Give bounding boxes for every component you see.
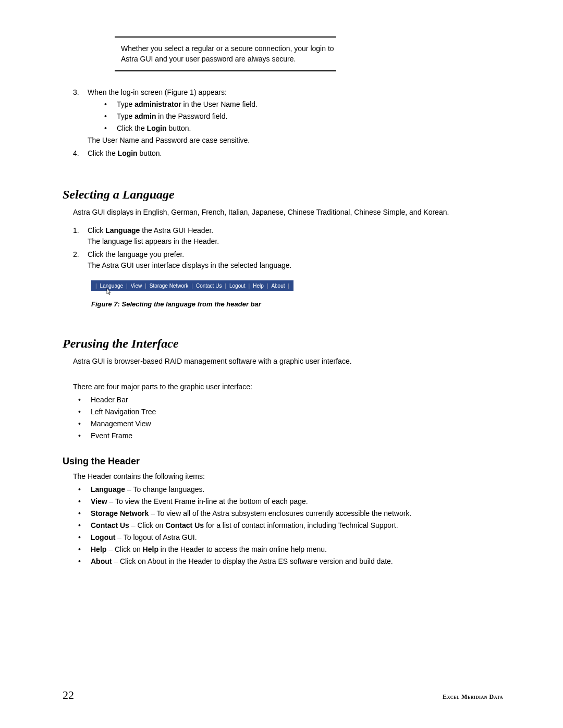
- item-text: Left Navigation Tree: [91, 406, 156, 417]
- sub-bullet: • Type administrator in the User Name fi…: [104, 99, 503, 110]
- parts-intro: There are four major parts to the graphi…: [73, 381, 503, 392]
- item-text: About – Click on About in the Header to …: [91, 556, 393, 567]
- bullet-dot: •: [104, 111, 117, 122]
- separator: |: [288, 283, 290, 289]
- list-item: •Contact Us – Click on Contact Us for a …: [78, 520, 503, 531]
- step-tail: The language list appears in the Header.: [88, 236, 503, 247]
- separator: |: [191, 283, 193, 289]
- step-content: Click the Login button.: [88, 148, 503, 159]
- figure-caption: Figure 7: Selecting the language from th…: [91, 300, 503, 308]
- page-footer: 22 Excel Meridian Data: [63, 688, 503, 702]
- list-item: •Left Navigation Tree: [78, 406, 503, 417]
- list-item: •Language – To change languages.: [78, 484, 503, 495]
- pointer-cursor-icon: [105, 288, 112, 297]
- item-text: Management View: [91, 418, 151, 429]
- header-link-storage-network[interactable]: Storage Network: [149, 283, 189, 289]
- step-number: 1.: [73, 225, 88, 247]
- separator: |: [267, 283, 268, 289]
- figure-header-bar: | Language | View | Storage Network | Co…: [91, 280, 503, 291]
- header-link-view[interactable]: View: [130, 283, 143, 289]
- lang-steps-list: 1. Click Language the Astra GUI Header. …: [73, 225, 503, 271]
- item-text: Storage Network – To view all of the Ast…: [91, 508, 411, 519]
- bullet-dot: •: [78, 520, 91, 531]
- list-item: •About – Click on About in the Header to…: [78, 556, 503, 567]
- list-item: •Event Frame: [78, 430, 503, 441]
- lang-step-1: 1. Click Language the Astra GUI Header. …: [73, 225, 503, 247]
- footer-brand: Excel Meridian Data: [443, 693, 503, 701]
- item-text: Contact Us – Click on Contact Us for a l…: [91, 520, 398, 531]
- item-text: Event Frame: [91, 430, 132, 441]
- step-text: Click the language you prefer.: [88, 249, 503, 260]
- separator: |: [145, 283, 146, 289]
- perusing-intro: Astra GUI is browser-based RAID manageme…: [73, 356, 503, 367]
- header-items-list: •Language – To change languages. •View –…: [78, 484, 503, 567]
- bullet-text: Type admin in the Password field.: [117, 111, 227, 122]
- header-link-logout[interactable]: Logout: [228, 283, 247, 289]
- note-callout: Whether you select a regular or a secure…: [115, 36, 336, 71]
- using-header-intro: The Header contains the following items:: [73, 471, 503, 482]
- bullet-dot: •: [78, 394, 91, 405]
- list-item: •Help – Click on Help in the Header to a…: [78, 544, 503, 555]
- header-bar-mock: | Language | View | Storage Network | Co…: [91, 280, 293, 291]
- heading-selecting-language: Selecting a Language: [63, 188, 503, 202]
- step-content: Click the language you prefer. The Astra…: [88, 249, 503, 271]
- item-text: View – To view the Event Frame in-line a…: [91, 496, 308, 507]
- step-content: Click Language the Astra GUI Header. The…: [88, 225, 503, 247]
- item-text: Help – Click on Help in the Header to ac…: [91, 544, 327, 555]
- note-text: Whether you select a regular or a secure…: [121, 44, 336, 64]
- parts-list: •Header Bar •Left Navigation Tree •Manag…: [78, 394, 503, 441]
- lang-step-2: 2. Click the language you prefer. The As…: [73, 249, 503, 271]
- heading-using-header: Using the Header: [63, 456, 503, 467]
- item-text: Logout – To logout of Astra GUI.: [91, 532, 197, 543]
- lang-intro: Astra GUI displays in English, German, F…: [73, 207, 503, 218]
- sub-bullet-list: • Type administrator in the User Name fi…: [104, 99, 503, 134]
- step-lead: When the log-in screen (Figure 1) appear…: [88, 87, 503, 98]
- heading-perusing-interface: Perusing the Interface: [63, 337, 503, 351]
- bullet-dot: •: [78, 430, 91, 441]
- item-text: Language – To change languages.: [91, 484, 204, 495]
- list-item: •Management View: [78, 418, 503, 429]
- step-3: 3. When the log-in screen (Figure 1) app…: [73, 87, 503, 146]
- step-tail: The User Name and Password are case sens…: [88, 135, 503, 146]
- bullet-dot: •: [104, 123, 117, 134]
- step-number: 3.: [73, 87, 88, 146]
- bullet-dot: •: [78, 508, 91, 519]
- bullet-dot: •: [78, 556, 91, 567]
- header-link-help[interactable]: Help: [252, 283, 265, 289]
- header-link-about[interactable]: About: [270, 283, 286, 289]
- step-content: When the log-in screen (Figure 1) appear…: [88, 87, 503, 146]
- item-text: Header Bar: [91, 394, 128, 405]
- bullet-dot: •: [78, 532, 91, 543]
- separator: |: [126, 283, 128, 289]
- list-item: •Logout – To logout of Astra GUI.: [78, 532, 503, 543]
- bullet-text: Click the Login button.: [117, 123, 191, 134]
- sub-bullet: • Type admin in the Password field.: [104, 111, 503, 122]
- list-item: •Header Bar: [78, 394, 503, 405]
- bullet-dot: •: [78, 544, 91, 555]
- separator: |: [249, 283, 250, 289]
- bullet-dot: •: [104, 99, 117, 110]
- list-item: •View – To view the Event Frame in-line …: [78, 496, 503, 507]
- step-number: 2.: [73, 249, 88, 271]
- step-4: 4. Click the Login button.: [73, 148, 503, 159]
- separator: |: [225, 283, 226, 289]
- step-number: 4.: [73, 148, 88, 159]
- sub-bullet: • Click the Login button.: [104, 123, 503, 134]
- bullet-dot: •: [78, 484, 91, 495]
- list-item: •Storage Network – To view all of the As…: [78, 508, 503, 519]
- step-tail: The Astra GUI user interface displays in…: [88, 260, 503, 271]
- bullet-dot: •: [78, 406, 91, 417]
- header-link-contact-us[interactable]: Contact Us: [195, 283, 223, 289]
- separator: |: [95, 283, 97, 289]
- bullet-dot: •: [78, 418, 91, 429]
- login-steps-list: 3. When the log-in screen (Figure 1) app…: [73, 87, 503, 159]
- bullet-dot: •: [78, 496, 91, 507]
- page-number: 22: [63, 688, 74, 702]
- bullet-text: Type administrator in the User Name fiel…: [117, 99, 258, 110]
